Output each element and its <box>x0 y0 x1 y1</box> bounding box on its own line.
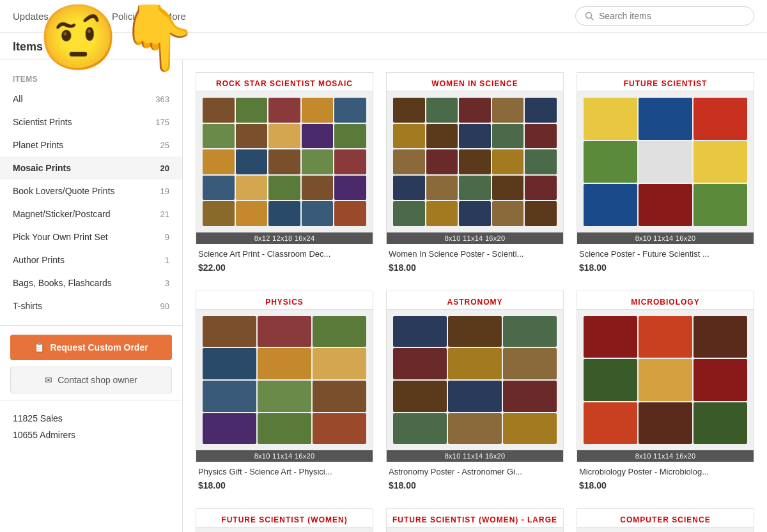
product-image-7: 8x10 11x14 16x20 <box>386 527 564 532</box>
sidebar-item-planet-prints[interactable]: Planet Prints 25 <box>0 133 182 156</box>
product-name-5: Microbiology Poster - Microbiolog... <box>579 467 752 478</box>
sidebar-count-pickyourown: 9 <box>165 232 169 242</box>
product-name-1: Women In Science Poster - Scienti... <box>389 249 561 260</box>
product-top-title-2: FUTURE SCIENTIST <box>577 72 754 91</box>
items-header: Items (363) <box>0 33 767 59</box>
contact-icon: ✉ <box>45 375 52 385</box>
nav-link-updates[interactable]: Updates <box>13 1 49 31</box>
sidebar-label-scientist: Scientist Prints <box>13 117 72 127</box>
sidebar-label-author: Author Prints <box>13 255 65 265</box>
sidebar-label-bags: Bags, Books, Flashcards <box>13 278 112 288</box>
sidebar-stats: 11825 Sales 10655 Admirers <box>0 400 182 453</box>
product-info-5: Microbiology Poster - Microbiolog... $18… <box>577 462 754 496</box>
sidebar-count-mosaic: 20 <box>160 163 169 173</box>
product-price-0: $22.00 <box>198 262 371 273</box>
product-card-computer-science[interactable]: COMPUTER SCIENCE 8x10 11x14 16x20 Comput… <box>577 508 754 532</box>
search-box <box>575 6 754 26</box>
request-custom-order-button[interactable]: 📋 Request Custom Order <box>10 335 172 360</box>
product-image-5: 8x10 11x14 16x20 <box>577 309 754 462</box>
sidebar-item-book-lovers[interactable]: Book Lovers/Quote Prints 19 <box>0 179 182 202</box>
sidebar-count-planet: 25 <box>160 141 169 150</box>
product-top-title-3: PHYSICS <box>196 291 373 309</box>
product-price-5: $18.00 <box>579 480 752 490</box>
product-sizes-5: 8x10 11x14 16x20 <box>577 450 754 462</box>
product-sizes-2: 8x10 11x14 16x20 <box>577 232 754 244</box>
product-card-physics[interactable]: PHYSICS 8x10 11x14 16x20 Physics Gift - … <box>196 291 373 496</box>
product-info-1: Women In Science Poster - Scienti... $18… <box>386 244 564 278</box>
sidebar-label-tshirts: T-shirts <box>13 301 42 311</box>
sidebar-label-books: Book Lovers/Quote Prints <box>13 186 115 196</box>
sidebar-item-bags-books[interactable]: Bags, Books, Flashcards 3 <box>0 271 182 294</box>
sidebar-item-all-count: 363 <box>155 95 169 104</box>
custom-order-label: Request Custom Order <box>50 342 148 353</box>
product-name-2: Science Poster - Future Scientist ... <box>579 249 752 260</box>
product-grid: ROCK STAR SCIENTIST MOSAIC 8x12 12x18 16… <box>196 72 754 532</box>
sidebar-item-pick-your-own[interactable]: Pick Your Own Print Set 9 <box>0 225 182 248</box>
product-top-title-5: MICROBIOLOGY <box>577 291 754 309</box>
sidebar-item-magnet[interactable]: Magnet/Sticker/Postcard 21 <box>0 202 182 225</box>
sidebar-divider <box>0 325 182 326</box>
product-image-0: 8x12 12x18 16x24 <box>196 91 373 244</box>
product-card-future-scientist[interactable]: FUTURE SCIENTIST 8x10 11x14 16x20 Scienc… <box>577 72 754 278</box>
product-info-2: Science Poster - Future Scientist ... $1… <box>577 244 754 278</box>
sidebar-count-books: 19 <box>160 186 169 196</box>
sidebar-item-all-label: All <box>13 94 23 104</box>
product-price-1: $18.00 <box>389 262 561 273</box>
product-card-future-women-large[interactable]: FUTURE SCIENTIST (WOMEN) - LARGE 8x10 11… <box>386 508 564 532</box>
product-name-3: Physics Gift - Science Art - Physici... <box>198 467 371 478</box>
product-info-4: Astronomy Poster - Astronomer Gi... $18.… <box>386 462 564 496</box>
product-card-astronomy[interactable]: ASTRONOMY 8x10 11x14 16x20 Astronomy Pos… <box>386 291 564 496</box>
product-image-2: 8x10 11x14 16x20 <box>577 91 754 244</box>
contact-shop-owner-button[interactable]: ✉ Contact shop owner <box>10 367 172 393</box>
sidebar-count-bags: 3 <box>165 278 169 288</box>
sidebar-item-scientist-prints[interactable]: Scientist Prints 175 <box>0 110 182 133</box>
main-layout: Items All 363 Scientist Prints 175 Plane… <box>0 59 767 532</box>
nav-link-about[interactable]: About <box>68 1 93 31</box>
product-card-future-women[interactable]: FUTURE SCIENTIST (WOMEN) 8x10 11x14 16x2… <box>196 508 373 532</box>
sidebar-item-all[interactable]: All 363 <box>0 87 182 110</box>
product-info-0: Science Art Print - Classroom Dec... $22… <box>196 244 373 278</box>
product-card-microbiology[interactable]: MICROBIOLOGY 8x10 11x14 16x20 Microbiolo… <box>577 291 754 496</box>
sidebar-item-tshirts[interactable]: T-shirts 90 <box>0 294 182 317</box>
product-top-title-4: ASTRONOMY <box>386 291 564 309</box>
nav-links: Updates About Policies More <box>13 1 575 31</box>
sidebar-count-tshirts: 90 <box>160 301 169 311</box>
sidebar-label-planet: Planet Prints <box>13 140 63 150</box>
product-price-3: $18.00 <box>198 480 371 490</box>
sidebar-section-title: Items <box>0 70 182 87</box>
product-price-4: $18.00 <box>389 480 561 490</box>
nav-link-more[interactable]: More <box>164 1 186 31</box>
sidebar-label-pickyourown: Pick Your Own Print Set <box>13 232 108 242</box>
sidebar-count-scientist: 175 <box>155 118 169 127</box>
sidebar-item-author-prints[interactable]: Author Prints 1 <box>0 248 182 271</box>
product-top-title-0: ROCK STAR SCIENTIST MOSAIC <box>196 72 373 91</box>
product-top-title-6: FUTURE SCIENTIST (WOMEN) <box>196 508 373 527</box>
product-sizes-4: 8x10 11x14 16x20 <box>387 450 563 462</box>
product-info-3: Physics Gift - Science Art - Physici... … <box>196 462 373 496</box>
sidebar-item-mosaic-prints[interactable]: Mosaic Prints 20 <box>0 156 182 179</box>
sidebar-count-author: 1 <box>165 255 169 265</box>
product-top-title-8: COMPUTER SCIENCE <box>577 508 754 527</box>
product-price-2: $18.00 <box>579 262 752 273</box>
top-navigation: Updates About Policies More <box>0 0 767 33</box>
product-top-title-1: WOMEN IN SCIENCE <box>386 72 564 91</box>
search-icon <box>585 11 594 20</box>
nav-link-policies[interactable]: Policies <box>112 1 145 31</box>
sales-stat: 11825 Sales <box>13 413 169 423</box>
search-input[interactable] <box>599 11 745 21</box>
product-image-1: 8x10 11x14 16x20 <box>386 91 564 244</box>
svg-line-1 <box>591 18 594 20</box>
product-image-6: 8x10 11x14 16x20 <box>196 527 373 532</box>
sidebar-count-magnet: 21 <box>160 209 169 219</box>
custom-order-icon: 📋 <box>34 342 45 353</box>
product-card-women-science[interactable]: WOMEN IN SCIENCE 8x10 11x14 16x20 <box>386 72 564 278</box>
product-sizes-1: 8x10 11x14 16x20 <box>387 232 563 244</box>
product-card-rockstar[interactable]: ROCK STAR SCIENTIST MOSAIC 8x12 12x18 16… <box>196 72 373 278</box>
product-name-4: Astronomy Poster - Astronomer Gi... <box>389 467 561 478</box>
items-count: Items (363) <box>13 40 73 53</box>
sidebar-label-mosaic: Mosaic Prints <box>13 163 71 173</box>
product-image-3: 8x10 11x14 16x20 <box>196 309 373 462</box>
product-image-8: 8x10 11x14 16x20 <box>577 527 754 532</box>
product-name-0: Science Art Print - Classroom Dec... <box>198 249 371 260</box>
sidebar: Items All 363 Scientist Prints 175 Plane… <box>0 59 183 532</box>
